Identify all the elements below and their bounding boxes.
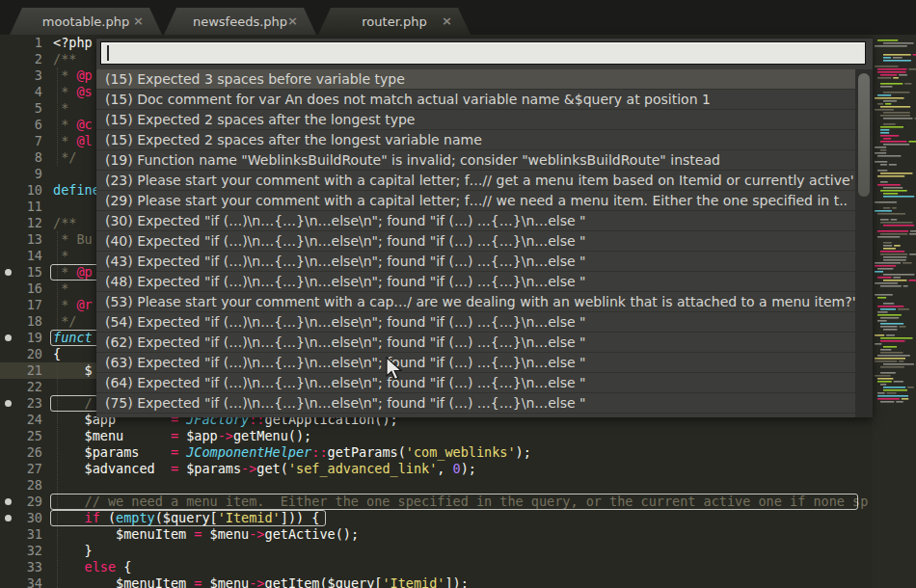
popup-scrollbar-track[interactable] [855, 69, 873, 417]
lint-result-item[interactable]: (54) Expected "if (…)\n…{…}\n…else\n"; f… [96, 312, 855, 333]
mouse-cursor [384, 357, 405, 382]
tab-mootable.php[interactable]: mootable.php× [10, 8, 162, 35]
line-number: 21 [0, 362, 42, 379]
line-number: 24 [0, 412, 42, 428]
line-number: 8 [0, 149, 42, 166]
line-number: 28 [0, 477, 42, 494]
code-text: * @p [53, 67, 93, 84]
line-number: 27 [0, 461, 42, 477]
lint-result-item[interactable]: (15) Doc comment for var An does not mat… [96, 90, 855, 110]
lint-result-item[interactable]: (15) Expected 3 spaces before variable t… [96, 69, 855, 90]
line-number: 4 [0, 84, 42, 100]
code-line[interactable]: 28 [0, 477, 873, 494]
close-icon[interactable]: × [133, 14, 144, 27]
code-line[interactable]: 27 $advanced = $params->get('sef_advance… [0, 461, 873, 477]
line-number: 1 [0, 35, 42, 51]
text-caret [107, 45, 109, 61]
lint-result-item[interactable]: (64) Expected "if (…)\n…{…}\n…else\n"; f… [96, 373, 855, 393]
code-text: * @s [53, 84, 93, 100]
code-text: * [53, 281, 68, 297]
close-icon[interactable]: × [287, 14, 298, 27]
lint-results-list: (15) Expected 3 spaces before variable t… [96, 69, 855, 414]
code-text: * [53, 248, 68, 264]
tab-router.php[interactable]: router.php× [318, 8, 471, 35]
lint-results-popup: (15) Expected 3 spaces before variable t… [96, 39, 873, 417]
line-number: 20 [0, 346, 42, 362]
code-line[interactable]: 31 $menuItem = $menu->getActive(); [0, 526, 873, 543]
line-number: 26 [0, 444, 42, 461]
tab-label: newsfeeds.php [193, 14, 287, 29]
lint-error-outline [50, 494, 858, 510]
indent-guide [57, 67, 58, 166]
line-number: 7 [0, 133, 42, 149]
code-text: * @l [53, 133, 93, 149]
code-line[interactable]: 25 $menu = $app->getMenu(); [0, 428, 873, 444]
tab-label: router.php [362, 14, 426, 29]
gutter-error-dot-icon [5, 498, 12, 505]
code-text: $menu = $app->getMenu(); [53, 428, 311, 444]
line-number: 5 [0, 100, 42, 117]
lint-result-item[interactable]: (19) Function name "WeblinksBuildRoute" … [96, 150, 855, 171]
code-text: { [53, 346, 61, 362]
tab-bar: mootable.php×newsfeeds.php×router.php× [0, 0, 916, 35]
lint-error-outline [50, 395, 98, 412]
editor-window: mootable.php×newsfeeds.php×router.php× 1… [0, 0, 916, 588]
lint-result-item[interactable]: (43) Expected "if (…)\n…{…}\n…else\n"; f… [96, 252, 855, 272]
line-number: 17 [0, 297, 42, 313]
lint-result-item[interactable]: (30) Expected "if (…)\n…{…}\n…else\n"; f… [96, 211, 855, 231]
code-line[interactable]: 26 $params = JComponentHelper::getParams… [0, 444, 873, 461]
gutter-error-dot-icon [5, 334, 12, 341]
line-number: 12 [0, 215, 42, 231]
line-number: 32 [0, 543, 42, 559]
minimap[interactable] [873, 35, 916, 588]
code-line[interactable]: 33 else { [0, 559, 873, 575]
lint-result-item[interactable]: (40) Expected "if (…)\n…{…}\n…else\n"; f… [96, 231, 855, 252]
indent-guide [57, 231, 58, 330]
code-text: * @r [53, 297, 93, 313]
code-line[interactable]: 32 } [0, 543, 873, 559]
line-number: 6 [0, 117, 42, 133]
line-number: 18 [0, 313, 42, 330]
line-number: 9 [0, 166, 42, 182]
code-text: * Bu [53, 231, 93, 248]
code-text: $advanced = $params->get('sef_advanced_l… [53, 461, 476, 477]
lint-result-item[interactable]: (63) Expected "if (…)\n…{…}\n…else\n"; f… [96, 353, 855, 373]
lint-result-item[interactable]: (48) Expected "if (…)\n…{…}\n…else\n"; f… [96, 272, 855, 292]
line-number: 31 [0, 526, 42, 543]
lint-error-outline [50, 510, 326, 526]
line-number: 13 [0, 231, 42, 248]
gutter-error-dot-icon [5, 269, 12, 276]
lint-result-item[interactable]: (29) Please start your comment with a ca… [96, 191, 855, 211]
code-text: $params = JComponentHelper::getParams('c… [53, 444, 531, 461]
lint-result-item[interactable]: (15) Expected 2 spaces after the longest… [96, 110, 855, 130]
code-text: else { [53, 559, 131, 575]
gutter-error-dot-icon [5, 400, 12, 407]
line-number: 33 [0, 559, 42, 575]
code-text: * [53, 100, 68, 117]
quick-panel-input[interactable] [100, 41, 866, 65]
line-number: 16 [0, 281, 42, 297]
gutter-error-dot-icon [5, 515, 12, 521]
code-text: $ [53, 362, 93, 379]
line-number: 14 [0, 248, 42, 264]
lint-result-item[interactable]: (75) Expected "if (…)\n…{…}\n…else\n"; f… [96, 393, 855, 414]
line-number: 34 [0, 575, 42, 588]
tab-label: mootable.php [42, 14, 129, 29]
line-number: 25 [0, 428, 42, 444]
code-line[interactable]: 34 $menuItem = $menu->getItem($query['It… [0, 575, 873, 588]
code-text: $menuItem = $menu->getActive(); [53, 526, 359, 543]
line-number: 11 [0, 199, 42, 215]
line-number: 2 [0, 51, 42, 67]
tab-newsfeeds.php[interactable]: newsfeeds.php× [164, 8, 316, 35]
popup-scrollbar-thumb[interactable] [858, 73, 870, 197]
lint-result-item[interactable]: (23) Please start your comment with a ca… [96, 171, 855, 191]
code-text: /** [53, 51, 76, 67]
lint-result-item[interactable]: (53) Please start your comment with a ca… [96, 292, 855, 312]
lint-result-item[interactable]: (15) Expected 2 spaces after the longest… [96, 130, 855, 150]
code-text: define [53, 182, 100, 199]
lint-result-item[interactable]: (62) Expected "if (…)\n…{…}\n…else\n"; f… [96, 333, 855, 353]
code-text: <?php [53, 35, 93, 51]
line-number: 10 [0, 182, 42, 199]
close-icon[interactable]: × [442, 14, 452, 27]
code-text: * @c [53, 117, 93, 133]
